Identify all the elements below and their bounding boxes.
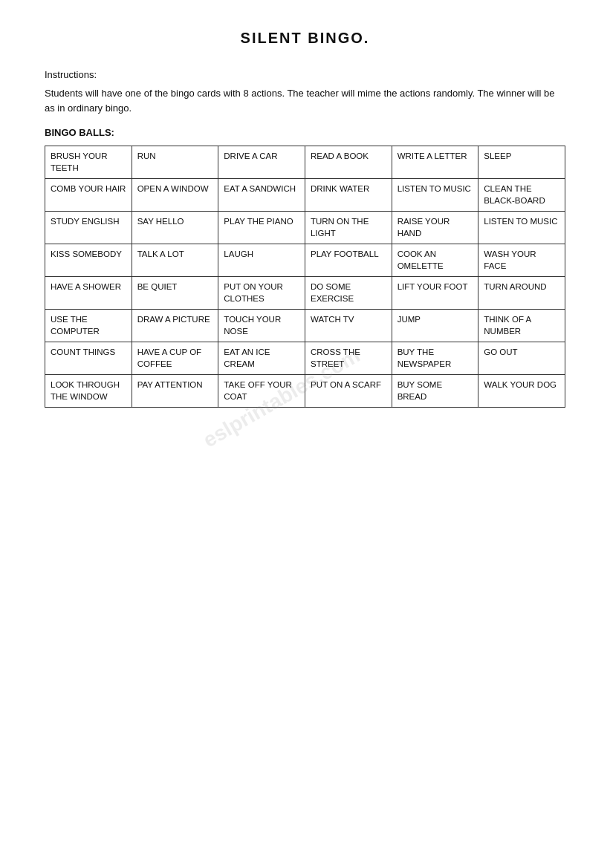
table-cell: BE QUIET: [132, 277, 218, 310]
table-cell: HAVE A CUP OF COFFEE: [132, 342, 218, 375]
table-cell: BUY SOME BREAD: [392, 375, 478, 408]
table-cell: TOUCH YOUR NOSE: [218, 310, 305, 342]
table-cell: DRIVE A CAR: [218, 146, 305, 179]
table-cell: HAVE A SHOWER: [45, 277, 132, 310]
instructions-label: Instructions:: [45, 69, 565, 80]
table-cell: LAUGH: [218, 244, 305, 277]
table-cell: READ A BOOK: [305, 146, 392, 179]
table-cell: LISTEN TO MUSIC: [392, 179, 478, 212]
table-cell: DO SOME EXERCISE: [305, 277, 392, 310]
table-cell: THINK OF A NUMBER: [478, 310, 565, 342]
table-cell: KISS SOMEBODY: [45, 244, 132, 277]
table-cell: BUY THE NEWSPAPER: [392, 342, 478, 375]
table-row: BRUSH YOUR TEETHRUNDRIVE A CARREAD A BOO…: [45, 146, 565, 179]
table-cell: TALK A LOT: [132, 244, 218, 277]
table-cell: WATCH TV: [305, 310, 392, 342]
table-cell: WALK YOUR DOG: [478, 375, 565, 408]
page-title: SILENT BINGO.: [45, 30, 565, 47]
table-row: COUNT THINGSHAVE A CUP OF COFFEEEAT AN I…: [45, 342, 565, 375]
table-cell: BRUSH YOUR TEETH: [45, 146, 132, 179]
table-cell: TAKE OFF YOUR COAT: [218, 375, 305, 408]
table-cell: DRAW A PICTURE: [132, 310, 218, 342]
bingo-balls-label: BINGO BALLS:: [45, 127, 565, 138]
table-cell: EAT A SANDWICH: [218, 179, 305, 212]
table-cell: PAY ATTENTION: [132, 375, 218, 408]
table-cell: CLEAN THE BLACK-BOARD: [478, 179, 565, 212]
table-cell: PUT ON YOUR CLOTHES: [218, 277, 305, 310]
table-cell: STUDY ENGLISH: [45, 212, 132, 244]
table-cell: PLAY THE PIANO: [218, 212, 305, 244]
table-cell: RUN: [132, 146, 218, 179]
table-cell: CROSS THE STREET: [305, 342, 392, 375]
table-cell: RAISE YOUR HAND: [392, 212, 478, 244]
table-row: STUDY ENGLISHSAY HELLOPLAY THE PIANOTURN…: [45, 212, 565, 244]
table-cell: LOOK THROUGH THE WINDOW: [45, 375, 132, 408]
table-cell: COMB YOUR HAIR: [45, 179, 132, 212]
table-cell: WASH YOUR FACE: [478, 244, 565, 277]
table-cell: EAT AN ICE CREAM: [218, 342, 305, 375]
table-row: USE THE COMPUTERDRAW A PICTURETOUCH YOUR…: [45, 310, 565, 342]
table-cell: COOK AN OMELETTE: [392, 244, 478, 277]
table-cell: TURN AROUND: [478, 277, 565, 310]
table-row: KISS SOMEBODYTALK A LOTLAUGHPLAY FOOTBAL…: [45, 244, 565, 277]
table-cell: PLAY FOOTBALL: [305, 244, 392, 277]
table-row: LOOK THROUGH THE WINDOWPAY ATTENTIONTAKE…: [45, 375, 565, 408]
instructions-text: Students will have one of the bingo card…: [45, 86, 565, 115]
table-cell: LIFT YOUR FOOT: [392, 277, 478, 310]
table-cell: WRITE A LETTER: [392, 146, 478, 179]
table-cell: SAY HELLO: [132, 212, 218, 244]
table-cell: JUMP: [392, 310, 478, 342]
table-cell: COUNT THINGS: [45, 342, 132, 375]
table-cell: SLEEP: [478, 146, 565, 179]
table-cell: DRINK WATER: [305, 179, 392, 212]
table-cell: USE THE COMPUTER: [45, 310, 132, 342]
table-row: COMB YOUR HAIROPEN A WINDOWEAT A SANDWIC…: [45, 179, 565, 212]
table-cell: GO OUT: [478, 342, 565, 375]
table-cell: LISTEN TO MUSIC: [478, 212, 565, 244]
table-row: HAVE A SHOWERBE QUIETPUT ON YOUR CLOTHES…: [45, 277, 565, 310]
bingo-table: BRUSH YOUR TEETHRUNDRIVE A CARREAD A BOO…: [45, 146, 565, 408]
table-cell: PUT ON A SCARF: [305, 375, 392, 408]
table-cell: TURN ON THE LIGHT: [305, 212, 392, 244]
table-cell: OPEN A WINDOW: [132, 179, 218, 212]
